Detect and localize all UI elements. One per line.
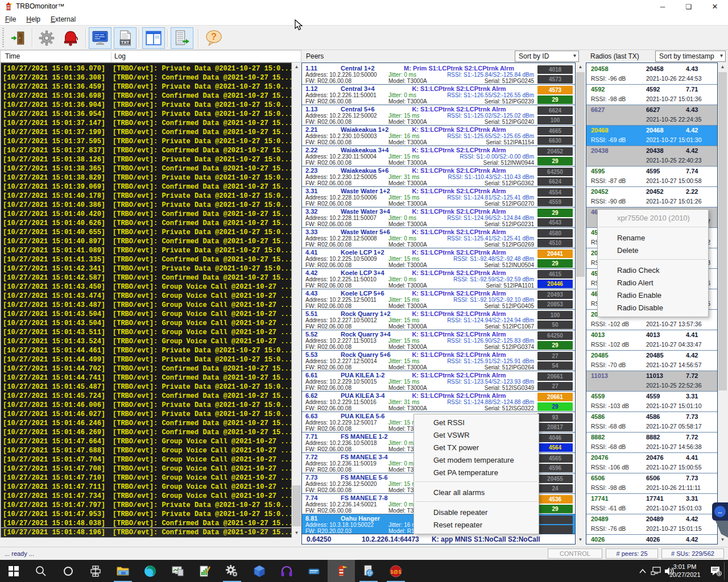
log-row[interactable]: [10/27/2021 15:01:43.504][TRBO/evt]: Gro…: [1, 319, 291, 328]
start-button[interactable]: [0, 560, 27, 582]
settings-taskbar-button[interactable]: [218, 560, 246, 582]
log-row[interactable]: [10/27/2021 15:01:48.196][TRBO/evt]: Con…: [1, 528, 291, 537]
radios-sort-dropdown[interactable]: Sort by timestamp▾: [655, 51, 726, 62]
tray-clock[interactable]: 3:01 PM 10/27/2021: [664, 563, 705, 579]
radio-row[interactable]: 20468 20468 4.42 RSSI: -69 dB 2021-10-27…: [586, 126, 717, 146]
peer-row[interactable]: 5.51 Rock Quarry 1+2 K: S1:LCPtrnk S2:LC…: [302, 310, 575, 330]
peer-row[interactable]: 3.31 Waste Water 1+2 K: S1:LCPtrnk S2:LC…: [302, 187, 575, 207]
show-desktop-button[interactable]: [724, 562, 725, 580]
context-menu-item[interactable]: Clear all alarms: [414, 487, 539, 499]
log-row[interactable]: [10/27/2021 15:01:43.504][TRBO/evt]: Gro…: [1, 310, 291, 319]
log-row[interactable]: [10/27/2021 15:01:42.587][TRBO/evt]: Con…: [1, 273, 291, 282]
peers-sort-dropdown[interactable]: Sort by ID▾: [515, 51, 579, 62]
radio-row[interactable]: 20438 20438 4.42 2021-10-25 22:40:23: [586, 146, 717, 167]
edge-button[interactable]: [136, 560, 164, 582]
alarm-button[interactable]: [59, 27, 82, 49]
log-row[interactable]: [10/27/2021 15:01:43.524][TRBO/evt]: Gro…: [1, 337, 291, 346]
log-row[interactable]: [10/27/2021 15:01:47.664][TRBO/evt]: Gro…: [1, 437, 291, 446]
log-row[interactable]: [10/27/2021 15:01:36.904][TRBO/evt]: Pri…: [1, 101, 291, 110]
notifications-button[interactable]: 1: [706, 560, 726, 582]
split-view-toggle[interactable]: [142, 27, 165, 49]
context-menu-item[interactable]: Get VSWR: [414, 429, 539, 442]
trbomonitor-taskbar-button[interactable]: [328, 560, 355, 582]
log-row[interactable]: [10/27/2021 15:01:40.178][TRBO/evt]: Pri…: [1, 192, 291, 201]
radio-row[interactable]: 11013 11013 7.72 2021-10-25 22:52:36: [586, 371, 717, 392]
log-row[interactable]: [10/27/2021 15:01:47.688][TRBO/evt]: Gro…: [1, 446, 291, 455]
context-menu-item[interactable]: [414, 481, 539, 487]
context-menu-item[interactable]: Radio Check: [598, 264, 708, 277]
context-menu-item[interactable]: [414, 501, 539, 506]
menu-item[interactable]: External: [46, 14, 81, 23]
radio-row[interactable]: 4559 4559 3.31 RSSI: -103 dB 2021-10-27 …: [586, 392, 717, 412]
peer-row[interactable]: 4.41 Koele LCP 1+2 K: S1:LCPtrnk S2:LCPt…: [302, 248, 575, 269]
log-row[interactable]: [10/27/2021 15:01:45.724][TRBO/evt]: Con…: [1, 392, 291, 401]
log-row[interactable]: [10/27/2021 15:01:46.027][TRBO/evt]: Pri…: [1, 410, 291, 419]
log-row[interactable]: [10/27/2021 15:01:40.420][TRBO/evt]: Con…: [1, 210, 291, 219]
radio-row[interactable]: 6627 6627 4.43 2021-10-25 22:24:35: [586, 105, 717, 126]
perf-monitor-button[interactable]: [164, 560, 191, 582]
report-edit-button[interactable]: [191, 560, 218, 582]
search-button[interactable]: [27, 560, 55, 582]
log-row[interactable]: [10/27/2021 15:01:47.704][TRBO/evt]: Gro…: [1, 455, 291, 464]
log-view-toggle[interactable]: [89, 27, 111, 49]
radio-row[interactable]: 4592 4592 7.71 RSSI: -98 dB 2021-10-27 1…: [586, 85, 717, 105]
log-row[interactable]: [10/27/2021 15:01:36.698][TRBO/evt]: Con…: [1, 92, 291, 101]
file-explorer-button[interactable]: [109, 560, 136, 582]
log-scrollbar[interactable]: ▲ ▼: [292, 63, 301, 538]
txt-log-toggle[interactable]: TXT: [114, 27, 136, 49]
radio-row[interactable]: 20489 20489 4.42 RSSI: -76 dB 2021-10-27…: [586, 514, 717, 535]
scroll-up-icon[interactable]: ▲: [576, 63, 585, 72]
exit-button[interactable]: [7, 27, 30, 49]
scroll-up-icon[interactable]: ▲: [718, 63, 727, 72]
peer-row[interactable]: 2.21 Waiakeakua 1+2 K: S1:LCPtrnk S2:LCP…: [302, 126, 575, 146]
peer-row[interactable]: 4.43 Koele LCP 5+6 K: S1:LCPtrnk S2:LCPt…: [302, 289, 575, 310]
log-row[interactable]: [10/27/2021 15:01:45.487][TRBO/evt]: Pri…: [1, 383, 291, 392]
cube-app-button[interactable]: [246, 560, 273, 582]
log-row[interactable]: [10/27/2021 15:01:47.711][TRBO/evt]: Gro…: [1, 483, 291, 492]
log-row[interactable]: [10/27/2021 15:01:36.954][TRBO/evt]: Pri…: [1, 110, 291, 119]
log-row[interactable]: [10/27/2021 15:01:46.006][TRBO/evt]: Pri…: [1, 401, 291, 410]
minimize-button[interactable]: ─: [650, 0, 676, 14]
settings-button[interactable]: [35, 27, 58, 49]
log-row[interactable]: [10/27/2021 15:01:40.626][TRBO/evt]: Con…: [1, 219, 291, 228]
log-row[interactable]: [10/27/2021 15:01:48.038][TRBO/evt]: Con…: [1, 519, 291, 528]
log-column-log[interactable]: Log: [114, 52, 126, 60]
context-menu-item[interactable]: Delete: [598, 244, 708, 257]
peer-row[interactable]: 2.23 Waiakeakua 5+6 K: S1:LCPtrnk S2:LCP…: [302, 167, 575, 187]
log-row[interactable]: [10/27/2021 15:01:44.741][TRBO/evt]: Con…: [1, 373, 291, 383]
peer-row[interactable]: 2.22 Waiakeakua 3+4 K: S1:LCPtrnk S2:LCP…: [302, 146, 575, 167]
log-row[interactable]: [10/27/2021 15:01:47.953][TRBO/evt]: Pri…: [1, 510, 291, 519]
mail-1at1-button[interactable]: 1@1: [382, 560, 410, 582]
context-menu-item[interactable]: [598, 259, 708, 264]
log-row[interactable]: [10/27/2021 15:01:36.308][TRBO/evt]: Con…: [1, 73, 291, 82]
peer-row[interactable]: 5.53 Rock Quarry 5+6 K: S1:LCPtrnk S2:LC…: [302, 351, 575, 371]
maximize-button[interactable]: ❏: [676, 0, 702, 14]
peer-row[interactable]: 1.12 Central 3+4 K: S1:LCPtrnk S2:LCPtrn…: [302, 85, 575, 105]
scroll-down-icon[interactable]: ▼: [718, 535, 727, 544]
log-row[interactable]: [10/27/2021 15:01:42.341][TRBO/evt]: Pri…: [1, 264, 291, 273]
context-menu-item[interactable]: Get TX power: [414, 442, 539, 454]
log-row[interactable]: [10/27/2021 15:01:47.708][TRBO/evt]: Gro…: [1, 464, 291, 473]
tray-chevron-button[interactable]: [636, 560, 650, 582]
context-menu-item[interactable]: Rename: [598, 232, 708, 244]
scroll-down-icon[interactable]: ▼: [292, 529, 301, 538]
context-menu-item[interactable]: Get PA temperature: [414, 467, 539, 479]
peer-row[interactable]: 6.62 PUA KILEA 3-4 K: S1:LCPtrnk S2:LCPt…: [302, 392, 575, 412]
context-menu-item[interactable]: Get modem temperature: [414, 454, 539, 467]
log-row[interactable]: [10/27/2021 15:01:44.499][TRBO/evt]: Pri…: [1, 355, 291, 364]
context-menu-item[interactable]: Reset repeater: [414, 519, 539, 531]
radio-row[interactable]: 8882 8882 7.72 RSSI: -68 dB 2021-10-27 1…: [586, 433, 717, 453]
peer-row[interactable]: 1.11 Central 1+2 M: Prim S1:LCPtrnk S2:L…: [302, 64, 575, 85]
context-menu-item[interactable]: Radio Enable: [598, 289, 708, 302]
doc-globe-button[interactable]: [355, 560, 382, 582]
peers-scrollbar[interactable]: ▲ ▼: [576, 63, 585, 544]
log-row[interactable]: [10/27/2021 15:01:40.655][TRBO/evt]: Pri…: [1, 228, 291, 237]
log-row[interactable]: [10/27/2021 15:01:47.710][TRBO/evt]: Gro…: [1, 473, 291, 483]
log-row[interactable]: [10/27/2021 15:01:43.474][TRBO/evt]: Gro…: [1, 292, 291, 301]
scroll-up-icon[interactable]: ▲: [292, 63, 301, 72]
peer-row[interactable]: 1.13 Central 5+6 K: S1:LCPtrnk S2:LCPtrn…: [302, 105, 575, 126]
log-row[interactable]: [10/27/2021 15:01:36.459][TRBO/evt]: Pri…: [1, 82, 291, 92]
peer-row[interactable]: 3.32 Waste Water 3+4 K: S1:LCPtrnk S2:LC…: [302, 207, 575, 228]
radio-row[interactable]: 20452 20452 2.22 RSSI: -90 dB 2021-10-27…: [586, 187, 717, 207]
log-row[interactable]: [10/27/2021 15:01:39.069][TRBO/evt]: Con…: [1, 182, 291, 192]
